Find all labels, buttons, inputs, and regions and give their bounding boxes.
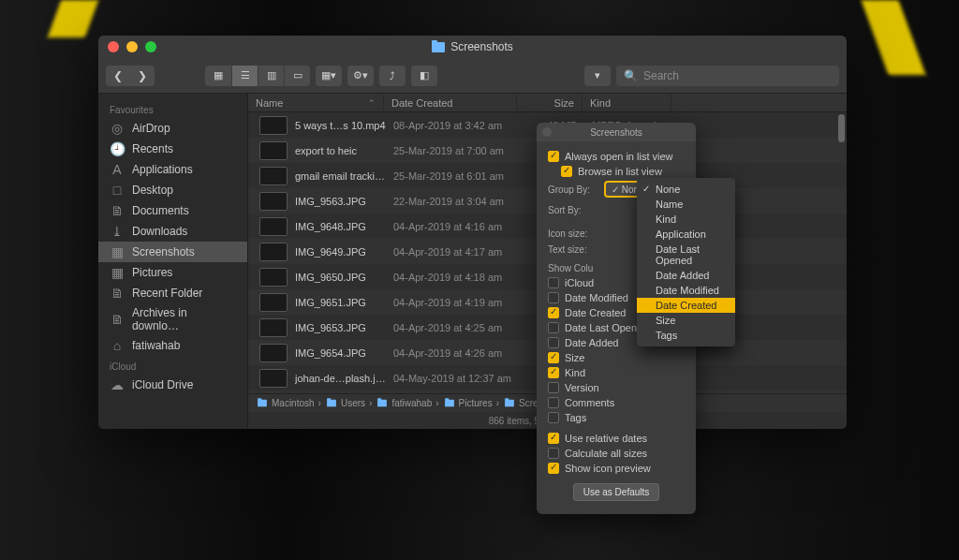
sidebar-item-label: Screenshots [132, 245, 195, 258]
titlebar[interactable]: Screenshots [98, 36, 847, 58]
column-headers: Name⌃ Date Created Size Kind [248, 94, 847, 112]
path-segment[interactable]: Macintosh [256, 398, 315, 408]
dropdown-item[interactable]: Name [637, 197, 735, 212]
file-thumbnail [259, 141, 288, 160]
sidebar-item[interactable]: ▦Pictures [98, 262, 247, 283]
toolbar: ❮ ❯ ▦ ☰ ▥ ▭ ▦▾ ⚙▾ ⤴ ◧ ▾ 🔍 Search [98, 58, 847, 94]
column-size[interactable]: Size [517, 94, 583, 111]
dropdown-item[interactable]: Size [637, 313, 735, 328]
sort-indicator-icon: ⌃ [368, 98, 376, 108]
column-checkbox[interactable]: Comments [548, 395, 685, 410]
view-switcher[interactable]: ▦ ☰ ▥ ▭ [205, 66, 310, 86]
option-checkbox[interactable]: Show icon preview [548, 461, 685, 476]
sidebar-item[interactable]: ▦Screenshots [98, 242, 247, 262]
sidebar-item-label: Pictures [132, 266, 172, 279]
column-checkbox[interactable]: Version [548, 380, 685, 395]
sidebar-item-icon: ◎ [110, 121, 125, 136]
sidebar-item-icon: ⌂ [110, 338, 125, 353]
sidebar-item-label: fatiwahab [132, 339, 180, 352]
search-field[interactable]: 🔍 Search [616, 66, 839, 86]
action-button[interactable]: ⚙▾ [347, 66, 374, 86]
forward-button[interactable]: ❯ [130, 66, 155, 86]
file-thumbnail [259, 293, 288, 312]
use-as-defaults-button[interactable]: Use as Defaults [573, 483, 660, 501]
path-segment[interactable]: Users [325, 398, 365, 408]
sidebar-item[interactable]: 🗎Documents [98, 200, 247, 221]
dropdown-item[interactable]: Tags [637, 328, 735, 343]
sidebar-item[interactable]: ◎AirDrop [98, 118, 247, 139]
sidebar-item[interactable]: 🗎Recent Folder [98, 283, 247, 303]
sidebar-section-header: iCloud [98, 356, 247, 375]
file-thumbnail [259, 116, 288, 135]
column-checkbox[interactable]: Size [548, 350, 685, 365]
gallery-view-button[interactable]: ▭ [284, 66, 310, 86]
sidebar-item[interactable]: ⌂fatiwahab [98, 335, 247, 356]
checkbox-icon [548, 367, 559, 378]
sidebar-item[interactable]: 🕘Recents [98, 139, 247, 159]
sidebar-item-label: Documents [132, 204, 189, 217]
arrange-button[interactable]: ▦▾ [316, 66, 342, 86]
list-view-button[interactable]: ☰ [231, 66, 258, 86]
dropdown-item[interactable]: Date Modified [637, 283, 735, 298]
dropdown-item[interactable]: Date Added [637, 268, 735, 283]
column-kind[interactable]: Kind [583, 94, 671, 111]
column-checkbox[interactable]: Tags [548, 410, 685, 425]
file-name: IMG_9563.JPG [295, 196, 386, 207]
sidebar-item[interactable]: 🗎Archives in downlo… [98, 303, 247, 335]
minimize-window-button[interactable] [126, 41, 138, 52]
sidebar-item[interactable]: ☁iCloud Drive [98, 375, 247, 395]
column-checkbox[interactable]: Kind [548, 365, 685, 380]
sidebar-item[interactable]: □Desktop [98, 180, 247, 200]
sidebar-item-icon: ▦ [110, 265, 125, 280]
group-by-dropdown: NoneNameKindApplicationDate Last OpenedD… [637, 178, 735, 346]
scrollbar-thumb[interactable] [838, 114, 845, 142]
sidebar-item-label: Recents [132, 142, 173, 155]
checkbox-icon [548, 292, 559, 303]
dropdown-item[interactable]: None [637, 182, 735, 197]
always-open-checkbox[interactable]: Always open in list view [548, 149, 685, 164]
view-options-title[interactable]: Screenshots [537, 123, 696, 141]
browse-in-list-checkbox[interactable]: Browse in list view [548, 164, 685, 179]
path-segment[interactable]: Pictures [443, 398, 493, 408]
checkbox-icon [548, 412, 559, 423]
file-name: IMG_9649.JPG [295, 246, 386, 258]
sidebar-item[interactable]: AApplications [98, 159, 247, 180]
icon-size-label: Icon size: [548, 228, 599, 239]
search-icon: 🔍 [624, 69, 638, 82]
sidebar-item-icon: □ [110, 183, 125, 198]
file-name: IMG_9653.JPG [295, 322, 386, 333]
option-checkbox[interactable]: Use relative dates [548, 431, 685, 446]
path-segment[interactable]: fatiwahab [376, 398, 432, 408]
checkbox-icon [561, 166, 572, 177]
file-name: export to heic [295, 145, 386, 156]
sidebar-item-icon: 🗎 [110, 203, 125, 218]
close-icon[interactable] [542, 127, 552, 137]
file-name: IMG_9651.JPG [295, 297, 386, 308]
column-view-button[interactable]: ▥ [258, 66, 284, 86]
dropdown-item[interactable]: Kind [637, 212, 735, 227]
file-thumbnail [259, 217, 288, 236]
file-date: 04-Apr-2019 at 4:18 am [386, 272, 519, 283]
share-button[interactable]: ⤴ [379, 66, 406, 86]
tags-button[interactable]: ◧ [411, 66, 437, 86]
column-date[interactable]: Date Created [384, 94, 517, 111]
dropdown-item[interactable]: Date Last Opened [637, 242, 735, 268]
zoom-window-button[interactable] [145, 41, 156, 52]
option-checkbox[interactable]: Calculate all sizes [548, 446, 685, 461]
sidebar-item-label: Applications [132, 163, 193, 176]
dropdown-item[interactable]: Date Created [637, 298, 735, 313]
sidebar-item-icon: 🗎 [110, 312, 125, 327]
folder-icon [445, 400, 454, 407]
icon-view-button[interactable]: ▦ [205, 66, 231, 86]
dropdown-button[interactable]: ▾ [584, 66, 611, 86]
close-window-button[interactable] [108, 41, 119, 52]
dropdown-item[interactable]: Application [637, 227, 735, 242]
sidebar-item[interactable]: ⤓Downloads [98, 221, 247, 242]
column-name[interactable]: Name⌃ [248, 94, 384, 111]
file-date: 22-Mar-2019 at 3:04 am [386, 196, 519, 207]
back-button[interactable]: ❮ [106, 66, 130, 86]
file-date: 04-Apr-2019 at 4:26 am [386, 347, 519, 359]
search-placeholder: Search [643, 69, 679, 82]
file-thumbnail [259, 268, 288, 287]
file-thumbnail [259, 344, 288, 362]
